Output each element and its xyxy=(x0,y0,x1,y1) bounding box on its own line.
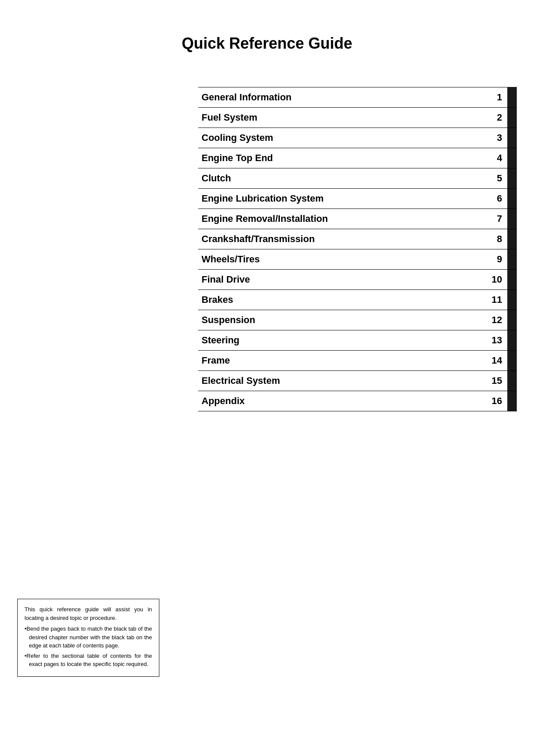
toc-tab xyxy=(507,108,517,128)
toc-number: 4 xyxy=(490,148,507,168)
toc-label: Clutch xyxy=(198,168,490,188)
toc-row: Engine Lubrication System6 xyxy=(198,188,517,208)
info-box: This quick reference guide will assist y… xyxy=(17,599,159,677)
toc-number: 9 xyxy=(490,249,507,269)
toc-tab xyxy=(507,351,517,370)
toc-label: Crankshaft/Transmission xyxy=(198,229,490,249)
info-line1: This quick reference guide will assist y… xyxy=(25,605,152,622)
toc-label: Engine Top End xyxy=(198,148,490,168)
toc-tab xyxy=(507,229,517,249)
toc-tab xyxy=(507,209,517,229)
toc-tab xyxy=(507,371,517,391)
toc-row: Engine Top End4 xyxy=(198,148,517,168)
toc-label: General Information xyxy=(198,87,490,107)
toc-number: 12 xyxy=(488,310,507,330)
toc-label: Brakes xyxy=(198,290,488,310)
toc-row: Frame14 xyxy=(198,350,517,370)
toc-tab xyxy=(507,249,517,269)
toc-tab xyxy=(507,330,517,350)
toc-label: Frame xyxy=(198,351,488,370)
toc-number: 1 xyxy=(490,87,507,107)
toc-number: 11 xyxy=(488,290,507,310)
toc-number: 3 xyxy=(490,128,507,148)
toc-row: Crankshaft/Transmission8 xyxy=(198,229,517,249)
toc-number: 16 xyxy=(488,391,507,411)
toc-number: 2 xyxy=(490,108,507,128)
toc-number: 5 xyxy=(490,168,507,188)
toc-tab xyxy=(507,270,517,289)
toc-row: Fuel System2 xyxy=(198,107,517,128)
toc-label: Steering xyxy=(198,330,488,350)
toc-label: Engine Lubrication System xyxy=(198,189,490,208)
toc-row: Steering13 xyxy=(198,330,517,350)
toc-row: Appendix16 xyxy=(198,391,517,411)
toc-tab xyxy=(507,310,517,330)
toc-row: Electrical System15 xyxy=(198,370,517,391)
toc-number: 10 xyxy=(488,270,507,289)
table-of-contents: General Information1Fuel System2Cooling … xyxy=(198,87,517,411)
toc-tab xyxy=(507,290,517,310)
toc-tab xyxy=(507,391,517,411)
toc-row: General Information1 xyxy=(198,87,517,107)
toc-row: Engine Removal/Installation7 xyxy=(198,208,517,229)
toc-label: Fuel System xyxy=(198,108,490,128)
toc-label: Suspension xyxy=(198,310,488,330)
toc-tab xyxy=(507,148,517,168)
toc-row: Brakes11 xyxy=(198,289,517,310)
toc-number: 6 xyxy=(490,189,507,208)
toc-label: Wheels/Tires xyxy=(198,249,490,269)
info-bullet1: •Bend the pages back to match the black … xyxy=(25,625,152,650)
toc-row: Cooling System3 xyxy=(198,128,517,148)
toc-tab xyxy=(507,168,517,188)
toc-label: Electrical System xyxy=(198,371,488,391)
toc-row: Wheels/Tires9 xyxy=(198,249,517,269)
toc-row: Clutch5 xyxy=(198,168,517,188)
toc-tab xyxy=(507,189,517,208)
toc-tab xyxy=(507,128,517,148)
toc-row: Final Drive10 xyxy=(198,269,517,289)
toc-tab xyxy=(507,87,517,107)
toc-label: Engine Removal/Installation xyxy=(198,209,490,229)
toc-number: 13 xyxy=(488,330,507,350)
toc-number: 15 xyxy=(488,371,507,391)
info-bullet2: •Refer to the sectional table of content… xyxy=(25,652,152,669)
toc-number: 7 xyxy=(490,209,507,229)
page-title: Quick Reference Guide xyxy=(0,0,534,78)
toc-row: Suspension12 xyxy=(198,310,517,330)
toc-label: Cooling System xyxy=(198,128,490,148)
toc-number: 14 xyxy=(488,351,507,370)
toc-label: Appendix xyxy=(198,391,488,411)
toc-number: 8 xyxy=(490,229,507,249)
toc-label: Final Drive xyxy=(198,270,488,289)
